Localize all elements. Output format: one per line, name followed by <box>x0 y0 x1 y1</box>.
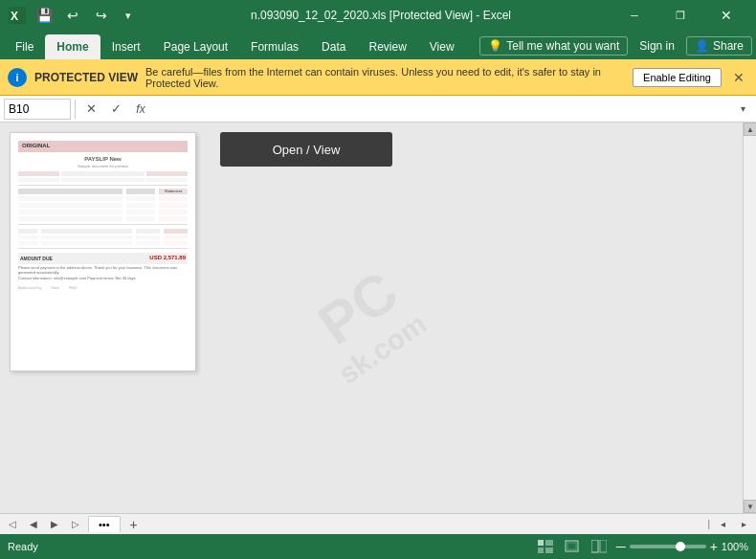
vertical-scrollbar[interactable]: ▲ ▼ <box>743 123 756 513</box>
window-title: n.093090_12_02_2020.xls [Protected View]… <box>149 9 612 22</box>
sheet-next-button[interactable]: ▶ <box>46 516 63 533</box>
watermark: PC sk.com <box>308 255 434 381</box>
protected-view-label: PROTECTED VIEW <box>34 71 138 84</box>
confirm-formula-button[interactable]: ✓ <box>104 99 127 120</box>
doc-amount-due: AMOUNT DUE USD 2,571.89 <box>18 253 188 264</box>
sheet-tab-dots[interactable]: ••• <box>88 516 121 532</box>
zoom-slider-track[interactable] <box>630 545 706 548</box>
tab-review[interactable]: Review <box>357 34 417 59</box>
doc-data-row-3 <box>18 210 188 214</box>
svg-rect-5 <box>545 548 553 553</box>
formula-divider <box>75 100 76 119</box>
svg-rect-8 <box>591 540 598 552</box>
tab-home[interactable]: Home <box>45 34 100 59</box>
doc-company: PAYSLIP New Sample document for preview <box>18 156 188 168</box>
document-preview: ORIGINAL PAYSLIP New Sample document for… <box>10 132 196 371</box>
ribbon-tabs: File Home Insert Page Layout Formulas Da… <box>0 31 756 59</box>
protected-view-message: Be careful—files from the Internet can c… <box>145 66 625 89</box>
tab-data[interactable]: Data <box>310 34 357 59</box>
open-view-button[interactable]: Open / View <box>220 132 392 167</box>
customize-button[interactable]: ▾ <box>119 0 138 31</box>
svg-rect-7 <box>567 543 576 549</box>
doc-data-row-7 <box>18 241 188 245</box>
zoom-slider-thumb[interactable] <box>676 542 685 551</box>
doc-section-2 <box>18 229 188 245</box>
sheet-tabs-bar: ◁ ◀ ▶ ▷ ••• + | ◂ ▸ <box>0 513 756 534</box>
tell-me-label: Tell me what you want <box>506 39 619 53</box>
ready-status: Ready <box>8 541 38 552</box>
tab-file[interactable]: File <box>4 34 45 59</box>
minimize-button[interactable]: ─ <box>612 0 656 31</box>
restore-button[interactable]: ❐ <box>658 0 702 31</box>
doc-header: ORIGINAL <box>18 141 188 152</box>
excel-icon: X <box>8 6 27 25</box>
tab-formulas[interactable]: Formulas <box>239 34 310 59</box>
main-area: ORIGINAL PAYSLIP New Sample document for… <box>0 123 756 513</box>
svg-rect-2 <box>538 540 544 546</box>
doc-data-row-5 <box>18 229 188 234</box>
zoom-controls: ─ + 100% <box>616 539 748 554</box>
insert-function-button[interactable]: fx <box>129 99 152 120</box>
svg-text:X: X <box>11 10 18 23</box>
doc-table-header: Statement <box>18 189 188 194</box>
sheet-scroll-left-button[interactable]: ◂ <box>714 516 731 533</box>
zoom-out-button[interactable]: ─ <box>616 539 626 554</box>
save-button[interactable]: 💾 <box>33 0 56 31</box>
svg-rect-4 <box>538 548 544 553</box>
doc-footer-2: Contact information: info@example.com Pa… <box>18 277 188 281</box>
tab-page-layout[interactable]: Page Layout <box>152 34 239 59</box>
formula-bar: B10 ✕ ✓ fx ▾ <box>0 96 756 123</box>
tab-insert[interactable]: Insert <box>100 34 152 59</box>
undo-button[interactable]: ↩ <box>61 0 84 31</box>
page-break-view-button[interactable] <box>589 538 609 555</box>
sheet-last-button[interactable]: ▷ <box>67 516 84 533</box>
shield-icon: i <box>8 68 27 87</box>
share-icon: 👤 <box>695 39 709 53</box>
sheet-area: ORIGINAL PAYSLIP New Sample document for… <box>0 123 743 513</box>
sheet-tab-right-controls: | ◂ ▸ <box>707 516 752 533</box>
cancel-formula-button[interactable]: ✕ <box>79 99 102 120</box>
doc-row-1 <box>18 171 188 176</box>
tab-view[interactable]: View <box>418 34 466 59</box>
lightbulb-icon: 💡 <box>488 39 502 53</box>
doc-signature-row: Authorized by Date Ref# <box>18 285 188 290</box>
title-bar: X 💾 ↩ ↪ ▾ n.093090_12_02_2020.xls [Prote… <box>0 0 756 31</box>
doc-divider-1 <box>18 185 188 186</box>
zoom-percentage: 100% <box>722 541 748 552</box>
tell-me-box[interactable]: 💡 Tell me what you want <box>479 36 628 56</box>
svg-rect-9 <box>600 540 607 552</box>
sign-in-button[interactable]: Sign in <box>632 37 682 55</box>
doc-data-row-6 <box>18 235 188 239</box>
protected-view-banner: i PROTECTED VIEW Be careful—files from t… <box>0 59 756 96</box>
cell-reference-box[interactable]: B10 <box>4 99 71 120</box>
sheet-prev-button[interactable]: ◀ <box>25 516 42 533</box>
doc-data-row-2 <box>18 203 188 208</box>
share-button[interactable]: 👤 Share <box>686 36 752 56</box>
add-sheet-button[interactable]: + <box>124 516 144 533</box>
doc-row-2 <box>18 178 188 182</box>
doc-divider-3 <box>18 248 188 249</box>
redo-button[interactable]: ↪ <box>90 0 113 31</box>
sheet-first-button[interactable]: ◁ <box>4 516 21 533</box>
formula-expand-button[interactable]: ▾ <box>733 96 752 123</box>
scroll-track[interactable] <box>744 136 756 500</box>
doc-data-row-1 <box>18 196 188 201</box>
doc-footer: Please send payment to the address above… <box>18 266 188 276</box>
normal-view-button[interactable] <box>536 538 555 555</box>
doc-data-row-4 <box>18 216 188 221</box>
svg-rect-3 <box>545 540 553 546</box>
page-layout-view-button[interactable] <box>563 538 582 555</box>
share-label: Share <box>713 39 744 53</box>
formula-input[interactable] <box>154 99 731 120</box>
status-bar: Ready ─ + 100% <box>0 534 756 559</box>
banner-close-button[interactable]: ✕ <box>729 68 748 87</box>
zoom-in-button[interactable]: + <box>710 539 718 554</box>
close-button[interactable]: ✕ <box>704 0 748 31</box>
sheet-scroll-right-button[interactable]: ▸ <box>735 516 752 533</box>
scroll-down-button[interactable]: ▼ <box>744 500 756 513</box>
doc-divider-2 <box>18 224 188 225</box>
scroll-up-button[interactable]: ▲ <box>744 123 756 136</box>
enable-editing-button[interactable]: Enable Editing <box>633 68 722 87</box>
